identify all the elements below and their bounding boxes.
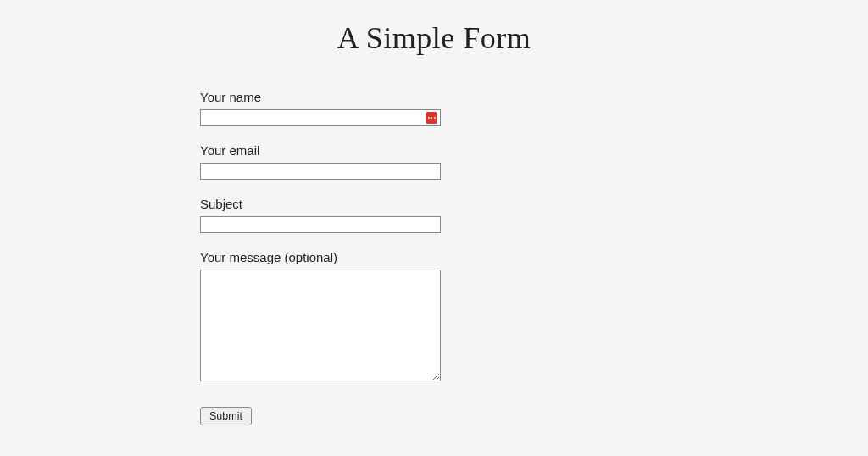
submit-button[interactable]: Submit (200, 407, 252, 425)
contact-form: Your name Your email Subject Your messag… (200, 90, 441, 425)
message-label: Your message (optional) (200, 250, 441, 264)
name-label: Your name (200, 90, 441, 104)
email-label: Your email (200, 143, 441, 158)
password-manager-icon[interactable] (426, 112, 437, 124)
name-input-wrap (200, 109, 441, 126)
name-field-group: Your name (200, 90, 441, 126)
email-field-group: Your email (200, 143, 441, 180)
message-field-group: Your message (optional) (200, 250, 441, 385)
message-textarea[interactable] (200, 270, 441, 381)
subject-label: Subject (200, 197, 441, 211)
subject-field-group: Subject (200, 197, 441, 233)
subject-input[interactable] (200, 216, 441, 233)
page-title: A Simple Form (0, 20, 868, 56)
email-input[interactable] (200, 163, 441, 180)
name-input[interactable] (200, 109, 441, 126)
